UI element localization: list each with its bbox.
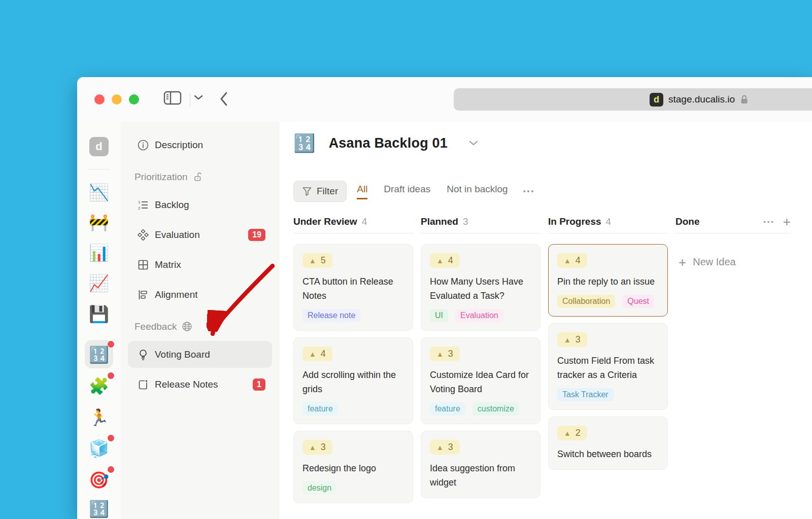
sidebar-item-description[interactable]: Description [121, 131, 280, 158]
sidebar-section-feedback: Feedback [121, 313, 280, 340]
vote-badge[interactable]: ▲3 [430, 347, 460, 361]
vote-count: 2 [576, 428, 581, 438]
column-divider [548, 233, 668, 233]
card-title: Idea suggestion from widget [430, 461, 531, 490]
idea-card[interactable]: ▲3Customize Idea Card for Voting Boardfe… [421, 337, 540, 424]
rail-board-runner[interactable]: 🏃 [77, 408, 121, 427]
board-main: 🔢 Asana Backlog 01 Filter AllDraft ideas… [280, 122, 812, 519]
sidebar-item-evaluation[interactable]: Evaluation19 [121, 221, 280, 248]
sidebar-section-label: Feedback [134, 321, 177, 332]
sidebar-item-alignment[interactable]: Alignment [121, 281, 280, 308]
ice-cube-emoji-icon: 🧊 [89, 439, 109, 458]
new-idea-label: New Idea [693, 256, 736, 268]
vote-badge[interactable]: ▲4 [557, 253, 587, 268]
filter-button[interactable]: Filter [293, 181, 347, 202]
tag-feature[interactable]: feature [430, 402, 465, 416]
idea-card[interactable]: ▲4How Many Users Have Evaluated a Task?U… [421, 244, 540, 331]
vote-badge[interactable]: ▲5 [302, 253, 332, 268]
vote-badge[interactable]: ▲3 [302, 440, 332, 455]
rail-board-bar-chart[interactable]: 📊 [77, 244, 121, 262]
idea-card[interactable]: ▲4Pin the reply to an issueCollaboration… [548, 244, 668, 317]
rail-board-construction[interactable]: 🚧 [77, 213, 121, 231]
rail-board-chart-increasing[interactable]: 📈 [77, 274, 121, 292]
card-title: CTA button in Release Notes [302, 274, 404, 303]
column-header: Under Review4 [293, 215, 413, 228]
idea-card[interactable]: ▲3Redesign the logodesign [293, 431, 413, 503]
tag-release-note[interactable]: Release note [302, 309, 360, 322]
zoom-window-button[interactable] [129, 94, 139, 105]
column-planned: Planned3▲4How Many Users Have Evaluated … [421, 215, 540, 519]
sidebar-item-label: Matrix [155, 259, 181, 270]
card-tags: feature [302, 402, 404, 416]
kanban-board: Under Review4▲5CTA button in Release Not… [293, 215, 791, 519]
vote-count: 5 [321, 255, 326, 266]
idea-card[interactable]: ▲3Custom Field From task tracker as a Cr… [548, 323, 668, 410]
tabs-more-icon[interactable]: ••• [523, 187, 535, 195]
rail-board-dart-target[interactable]: 🎯 [77, 471, 121, 489]
chevron-down-icon[interactable] [194, 94, 203, 100]
tab-not-in-backlog[interactable]: Not in backlog [447, 184, 507, 199]
new-idea-button[interactable]: +New Idea [679, 256, 791, 268]
address-bar[interactable]: d stage.ducalis.io [454, 88, 812, 111]
vote-count: 3 [448, 442, 453, 453]
back-button[interactable] [219, 91, 228, 107]
idea-card[interactable]: ▲4Add scrolling within the gridsfeature [293, 337, 413, 424]
idea-card[interactable]: ▲2Switch between boards [548, 417, 668, 470]
column-title: Done [675, 216, 700, 227]
column-header: In Progress4 [548, 215, 668, 228]
count-badge: 1 [253, 378, 265, 391]
workspace-logo[interactable]: d [77, 137, 121, 156]
vote-badge[interactable]: ▲2 [557, 426, 587, 440]
runner-emoji-icon: 🏃 [89, 408, 109, 427]
column-divider [421, 233, 540, 233]
rail-board-ice-cube[interactable]: 🧊 [77, 439, 121, 458]
rail-board-input-numbers-2[interactable]: 🔢 [77, 500, 121, 518]
idea-card[interactable]: ▲5CTA button in Release NotesRelease not… [293, 244, 413, 331]
sidebar-item-voting-board[interactable]: Voting Board [121, 341, 280, 368]
column-more-icon[interactable]: ••• [763, 218, 775, 226]
vote-badge[interactable]: ▲4 [430, 253, 460, 268]
vote-badge[interactable]: ▲3 [430, 440, 460, 455]
tag-quest[interactable]: Quest [622, 295, 654, 308]
board-title-chevron-down-icon[interactable] [469, 140, 478, 146]
column-title: Planned [421, 216, 458, 227]
sidebar-toggle-icon[interactable] [163, 90, 182, 106]
tag-feature[interactable]: feature [302, 402, 338, 416]
filter-row: Filter AllDraft ideasNot in backlog ••• [293, 181, 535, 201]
rail-board-chart-decreasing[interactable]: 📉 [77, 183, 121, 201]
vote-badge[interactable]: ▲3 [557, 332, 587, 347]
construction-emoji-icon: 🚧 [89, 213, 109, 231]
tag-task-tracker[interactable]: Task Tracker [557, 388, 614, 401]
tag-design[interactable]: design [302, 481, 336, 495]
card-title: Switch between boards [557, 447, 659, 461]
sidebar-item-matrix[interactable]: Matrix [121, 251, 280, 278]
board-sidebar: DescriptionPrioritization12BacklogEvalua… [121, 122, 280, 519]
tag-evaluation[interactable]: Evaluation [455, 309, 503, 322]
tag-ui[interactable]: UI [430, 309, 448, 322]
close-window-button[interactable] [94, 94, 105, 105]
tag-customize[interactable]: customize [472, 402, 519, 416]
upvote-icon: ▲ [564, 336, 571, 344]
vote-badge[interactable]: ▲4 [302, 347, 332, 361]
sidebar-item-backlog[interactable]: 12Backlog [121, 191, 280, 218]
rail-board-floppy-disk[interactable]: 💾 [77, 305, 121, 323]
vote-count: 3 [576, 334, 581, 345]
minimize-window-button[interactable] [112, 94, 122, 105]
tab-all[interactable]: All [357, 184, 367, 199]
column-in-progress: In Progress4▲4Pin the reply to an issueC… [548, 215, 668, 519]
column-header: Planned3 [421, 215, 540, 228]
puzzle-piece-emoji-icon: 🧩 [89, 377, 109, 395]
sidebar-item-label: Backlog [155, 199, 189, 211]
sidebar-item-release-notes[interactable]: Release Notes1 [121, 371, 280, 398]
column-divider [293, 233, 413, 233]
upvote-icon: ▲ [309, 443, 316, 452]
grid-icon [137, 259, 149, 271]
rail-board-input-numbers[interactable]: 🔢 [77, 345, 121, 364]
tab-draft-ideas[interactable]: Draft ideas [384, 184, 430, 199]
rail-board-puzzle-piece[interactable]: 🧩 [77, 377, 121, 395]
column-add-icon[interactable]: + [783, 217, 791, 227]
idea-card[interactable]: ▲3Idea suggestion from widget [421, 431, 540, 498]
chart-decreasing-emoji-icon: 📉 [89, 183, 109, 201]
tag-collaboration[interactable]: Collaboration [557, 295, 615, 308]
url-text: stage.ducalis.io [668, 94, 735, 105]
